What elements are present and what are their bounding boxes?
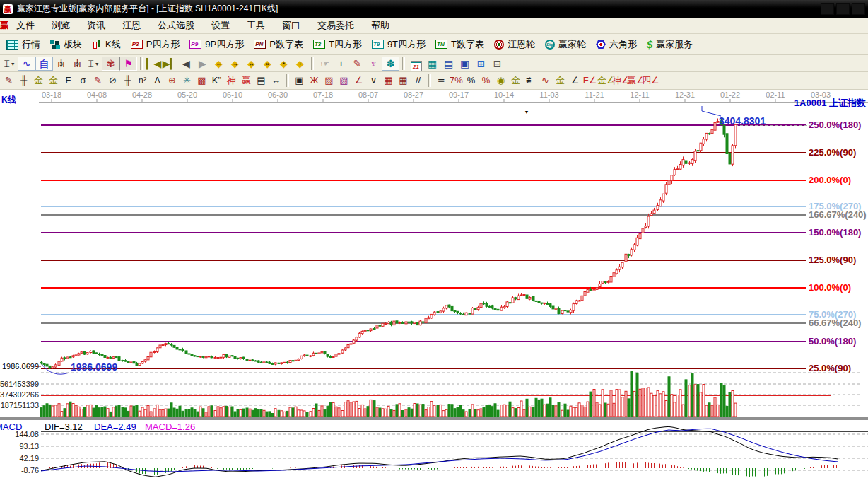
- minimize-button[interactable]: [821, 3, 834, 15]
- menu-item-1[interactable]: 文件: [8, 19, 43, 32]
- smart-draw-icon[interactable]: ✽: [382, 57, 399, 71]
- gold-2-icon[interactable]: 金: [553, 74, 568, 88]
- menu-item-3[interactable]: 资讯: [78, 19, 114, 32]
- shen-tool-icon[interactable]: 神: [224, 74, 239, 88]
- scale-left-icon[interactable]: ≣: [434, 74, 449, 88]
- zigzag-icon[interactable]: ∨: [366, 74, 381, 88]
- ray-fan-icon[interactable]: Ж: [307, 74, 322, 88]
- menu-item-9[interactable]: 交易委托: [309, 19, 363, 32]
- toolbar-button-winner-wheel[interactable]: Big赢家轮: [541, 37, 592, 52]
- maximize-button[interactable]: [836, 3, 850, 15]
- windows-net-icon[interactable]: ⊞: [473, 57, 489, 71]
- gann-trident-icon[interactable]: ♆: [365, 57, 382, 71]
- percent-lines-icon[interactable]: %: [479, 74, 493, 88]
- mirror-line-icon[interactable]: Λ: [150, 74, 165, 88]
- chart-3-icon[interactable]: ılı3: [53, 57, 69, 71]
- price-grid-icon[interactable]: ▦: [381, 74, 396, 88]
- angle-lines-icon[interactable]: ∠: [351, 74, 366, 88]
- ruler-2-icon[interactable]: ╫: [120, 74, 135, 88]
- si-angle-icon[interactable]: 四∠: [642, 74, 657, 88]
- time-grid-icon[interactable]: ▦: [396, 74, 411, 88]
- toolbar-button-t-number-table[interactable]: TNT数字表: [431, 37, 490, 52]
- f-angle-icon[interactable]: F∠: [582, 74, 597, 88]
- app-icon[interactable]: 赢: [3, 4, 13, 14]
- f-ruler-icon[interactable]: F: [61, 74, 76, 88]
- title-bar[interactable]: 赢 赢家江恩专业版[赢家内部服务平台] - [上证指数 SH1A0001-241…: [0, 0, 868, 18]
- print-icon[interactable]: ⊟: [489, 57, 505, 71]
- toolbar-button-kline[interactable]: K线: [88, 37, 127, 52]
- pane-splitter[interactable]: [0, 417, 868, 420]
- save-icon[interactable]: ▣: [457, 57, 473, 71]
- spiral-icon[interactable]: σ: [76, 74, 90, 88]
- shift-left-icon[interactable]: ◆←: [211, 57, 227, 71]
- gold-angle-icon[interactable]: 金∠: [597, 74, 612, 88]
- compress-horizontal-icon[interactable]: ◆×: [259, 57, 276, 71]
- menu-item-6[interactable]: 设置: [203, 19, 238, 32]
- menu-item-4[interactable]: 江恩: [114, 19, 149, 32]
- toolbar-button-winner-service[interactable]: $赢家服务: [643, 37, 698, 52]
- calendar-icon[interactable]: 21: [408, 57, 424, 71]
- zoom-all-icon[interactable]: ◆+: [292, 57, 308, 71]
- chart-9-icon[interactable]: ılı9: [69, 57, 86, 71]
- menu-item-5[interactable]: 公式选股: [149, 19, 203, 32]
- toolbar-button-p-square[interactable]: P3P四方形: [127, 37, 186, 52]
- pane-marker[interactable]: ▼: [524, 110, 529, 115]
- toolbar-button-gann-wheel[interactable]: 江恩轮: [490, 37, 541, 52]
- toolbar-button-sectors[interactable]: 板块: [46, 37, 88, 52]
- gann-box-icon[interactable]: ▨: [322, 74, 336, 88]
- angle-1-icon[interactable]: ∠: [568, 74, 582, 88]
- gold-ruler-2-icon[interactable]: 金: [46, 74, 61, 88]
- volume-profile-flag-icon[interactable]: ⚑: [119, 57, 137, 71]
- width-measure-icon[interactable]: ↔: [269, 74, 283, 88]
- ying-tool-icon[interactable]: 赢: [239, 74, 254, 88]
- measure-pen-icon[interactable]: ✎: [349, 57, 365, 71]
- pan-hand-icon[interactable]: ☞: [317, 57, 333, 71]
- level-lines-icon[interactable]: ≢: [523, 74, 538, 88]
- toolbar-button-t-square[interactable]: T3T四方形: [309, 37, 368, 52]
- n-square-icon[interactable]: n²: [135, 74, 150, 88]
- chart-area[interactable]: 03-1804-0804-2805-2006-1006-3007-1808-07…: [0, 90, 868, 483]
- target-circle-icon[interactable]: ⊕: [165, 74, 180, 88]
- toolbar-button-9p-square[interactable]: P99P四方形: [185, 37, 250, 52]
- expand-horizontal-icon[interactable]: ◆↔: [243, 57, 259, 71]
- menu-item-7[interactable]: 工具: [238, 19, 274, 32]
- toolbar-button-p-number-table[interactable]: PNP数字表: [250, 37, 309, 52]
- gold-ruler-1-icon[interactable]: 金: [31, 74, 46, 88]
- toolbar-button-hexagon[interactable]: 六角形: [592, 37, 643, 52]
- gold-circle-icon[interactable]: ◉: [493, 74, 508, 88]
- shen-angle-icon[interactable]: 神∠: [612, 74, 627, 88]
- next-page-icon[interactable]: ▶: [194, 57, 211, 71]
- prev-page-icon[interactable]: ◀: [178, 57, 194, 71]
- last-page-icon[interactable]: ▶▎: [162, 57, 178, 71]
- ying-angle-icon[interactable]: 赢∠: [627, 74, 642, 88]
- circle-ruler-icon[interactable]: ⊘: [105, 74, 120, 88]
- gann-curves-icon[interactable]: ∿: [18, 57, 35, 71]
- target-grid-icon[interactable]: ▩: [194, 74, 209, 88]
- zoom-fit-icon[interactable]: ◆*: [276, 57, 292, 71]
- compass-ruler-icon[interactable]: ✎: [1, 74, 16, 88]
- close-button[interactable]: [852, 3, 865, 15]
- wave-tool-icon[interactable]: ∿: [538, 74, 553, 88]
- first-page-icon[interactable]: ▎◀: [146, 57, 162, 71]
- gold-level-icon[interactable]: 金: [508, 74, 523, 88]
- percent-icon[interactable]: %: [464, 74, 479, 88]
- parallel-lines-icon[interactable]: //: [411, 74, 426, 88]
- toolbar-button-9t-square[interactable]: T99T四方形: [368, 37, 431, 52]
- info-panel-icon[interactable]: 自: [35, 57, 53, 71]
- red-compass-icon[interactable]: ✎: [90, 74, 105, 88]
- box-range-icon[interactable]: ▣: [292, 74, 307, 88]
- k-prime-icon[interactable]: K": [209, 74, 224, 88]
- ruler-123-icon[interactable]: ▤: [254, 74, 269, 88]
- gann-grid-icon[interactable]: ▧: [336, 74, 351, 88]
- crosshair-icon[interactable]: +: [333, 57, 349, 71]
- calculator-icon[interactable]: ▦: [424, 57, 440, 71]
- tick-ruler-icon[interactable]: ╫: [16, 74, 31, 88]
- notes-icon[interactable]: ▤: [440, 57, 457, 71]
- target-star-icon[interactable]: ✳: [180, 74, 194, 88]
- menu-item-2[interactable]: 浏览: [43, 19, 78, 32]
- candle-style-icon[interactable]: ⌶▼: [86, 57, 102, 71]
- toolbar-button-quotes[interactable]: 行情: [2, 37, 46, 52]
- gann-shape-icon[interactable]: ✾: [102, 57, 119, 71]
- menu-item-10[interactable]: 帮助: [363, 19, 398, 32]
- period-selector-icon[interactable]: ⌶▼: [1, 57, 18, 71]
